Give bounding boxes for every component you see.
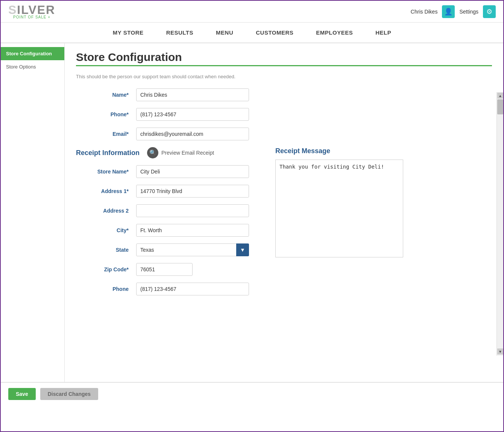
nav-results[interactable]: RESULTS: [166, 29, 193, 36]
email-row: Email*: [76, 128, 492, 140]
page-title: Store Configuration: [76, 51, 492, 64]
nav-menu[interactable]: MENU: [216, 29, 233, 36]
store-name-input[interactable]: [136, 165, 249, 178]
scroll-up-arrow[interactable]: ▲: [497, 93, 503, 99]
sidebar-item-store-config[interactable]: Store Configuration: [1, 47, 64, 60]
address2-input[interactable]: [136, 204, 249, 217]
store-phone-input[interactable]: [136, 283, 249, 295]
logo-text: SILVER: [8, 4, 55, 16]
top-bar: SILVER POINT OF SALE + Chris Dikes 👤 Set…: [1, 1, 503, 23]
preview-email-receipt-button[interactable]: 🔍 Preview Email Receipt: [147, 147, 214, 158]
zip-input[interactable]: [136, 263, 193, 276]
city-row: City*: [76, 224, 264, 237]
preview-btn-label: Preview Email Receipt: [161, 150, 214, 156]
email-label: Email*: [76, 131, 136, 137]
state-row: State AlabamaAlaskaArizonaArkansasCalifo…: [76, 243, 264, 256]
main-layout: Store Configuration Store Options Store …: [1, 43, 503, 382]
search-icon: 🔍: [147, 147, 158, 158]
settings-label: Settings: [459, 9, 478, 15]
receipt-info-label: Receipt Information: [76, 149, 140, 157]
receipt-header-row: Receipt Information 🔍 Preview Email Rece…: [76, 147, 264, 158]
scrollbar[interactable]: ▲ ▼: [496, 92, 503, 356]
state-select[interactable]: AlabamaAlaskaArizonaArkansasCaliforniaCo…: [136, 243, 249, 256]
phone-input[interactable]: [136, 108, 249, 121]
main-nav: MY STORE RESULTS MENU CUSTOMERS EMPLOYEE…: [1, 23, 503, 43]
name-label: Name*: [76, 92, 136, 98]
address2-row: Address 2: [76, 204, 264, 217]
email-input[interactable]: [136, 128, 249, 140]
sidebar: Store Configuration Store Options: [1, 43, 65, 382]
zip-label: Zip Code*: [76, 266, 136, 272]
nav-customers[interactable]: CUSTOMERS: [256, 29, 293, 36]
discard-changes-button[interactable]: Discard Changes: [40, 388, 98, 400]
phone-label: Phone*: [76, 111, 136, 117]
receipt-left: Receipt Information 🔍 Preview Email Rece…: [76, 147, 264, 302]
state-select-wrapper: AlabamaAlaskaArizonaArkansasCaliforniaCo…: [136, 243, 249, 256]
address2-label: Address 2: [76, 208, 136, 214]
receipt-section: Receipt Information 🔍 Preview Email Rece…: [76, 147, 492, 302]
name-input[interactable]: [136, 88, 249, 101]
state-label: State: [76, 247, 136, 253]
nav-my-store[interactable]: MY STORE: [113, 29, 144, 36]
subtitle: This should be the person our support te…: [76, 74, 492, 79]
address1-input[interactable]: [136, 185, 249, 198]
store-phone-row: Phone: [76, 283, 264, 295]
address1-row: Address 1*: [76, 185, 264, 198]
green-divider: [76, 65, 492, 66]
save-button[interactable]: Save: [8, 388, 36, 400]
city-label: City*: [76, 227, 136, 233]
logo: SILVER POINT OF SALE +: [8, 4, 55, 19]
content-area: Store Configuration This should be the p…: [65, 43, 503, 382]
nav-help[interactable]: HELP: [375, 29, 391, 36]
receipt-message-label: Receipt Message: [275, 147, 330, 155]
name-row: Name*: [76, 88, 492, 101]
scrollbar-thumb[interactable]: [497, 99, 503, 114]
settings-icon[interactable]: ⚙: [483, 5, 496, 18]
phone-row: Phone*: [76, 108, 492, 121]
city-input[interactable]: [136, 224, 249, 237]
store-phone-label: Phone: [76, 286, 136, 292]
sidebar-item-store-options[interactable]: Store Options: [1, 60, 64, 73]
address1-label: Address 1*: [76, 188, 136, 194]
bottom-bar: Save Discard Changes: [1, 382, 503, 405]
receipt-message-textarea[interactable]: [275, 160, 403, 257]
nav-employees[interactable]: EMPLOYEES: [316, 29, 353, 36]
user-icon[interactable]: 👤: [442, 5, 455, 18]
user-name: Chris Dikes: [411, 9, 438, 15]
scroll-down-arrow[interactable]: ▼: [497, 348, 503, 354]
logo-sub: POINT OF SALE +: [8, 15, 55, 19]
store-name-label: Store Name*: [76, 169, 136, 175]
receipt-right: Receipt Message: [275, 147, 492, 302]
store-name-row: Store Name*: [76, 165, 264, 178]
zip-row: Zip Code*: [76, 263, 264, 276]
